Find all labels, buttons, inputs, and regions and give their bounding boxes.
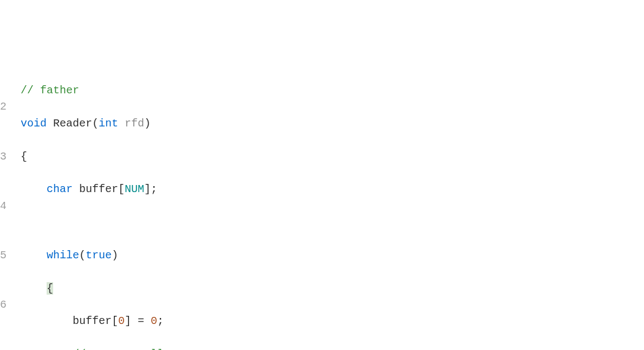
line-number: 2 — [0, 99, 7, 115]
line-number: 7 — [0, 346, 7, 350]
line-number-gutter: 2 3 4 5 6 7 8 9 0 1 2 3 4 5 6 7 8 9 0 1 … — [0, 66, 8, 350]
keyword-token: while — [47, 249, 79, 262]
line-number: 4 — [0, 198, 7, 214]
code-area[interactable]: // father void Reader(int rfd) { char bu… — [8, 66, 644, 350]
line-number: 3 — [0, 149, 7, 165]
keyword-token: true — [86, 249, 112, 262]
code-line[interactable]: char buffer[NUM]; — [21, 181, 644, 198]
keyword-token: char — [47, 183, 73, 195]
code-line[interactable]: { — [21, 149, 644, 165]
code-line[interactable] — [21, 214, 644, 231]
text-token: buffer[ — [73, 315, 118, 327]
text-token: ] = — [125, 315, 151, 327]
comment-token: // father — [21, 84, 79, 97]
text-token: Reader( — [47, 117, 99, 130]
text-token: ) — [144, 117, 151, 130]
macro-token: NUM — [125, 183, 144, 195]
text-token: buffer[ — [73, 183, 125, 195]
code-line[interactable]: while(true) — [21, 247, 644, 264]
text-token: ]; — [144, 183, 157, 195]
code-editor[interactable]: 2 3 4 5 6 7 8 9 0 1 2 3 4 5 6 7 8 9 0 1 … — [0, 66, 644, 350]
keyword-token: int — [99, 117, 118, 130]
code-line[interactable]: void Reader(int rfd) — [21, 116, 644, 132]
code-line[interactable]: buffer[0] = 0; — [21, 313, 644, 329]
code-line[interactable]: // system call — [21, 346, 644, 350]
param-token: rfd — [118, 117, 144, 130]
brace-token: { — [47, 282, 53, 295]
text-token: ; — [157, 315, 164, 327]
brace-token: { — [21, 150, 27, 163]
text-token: ) — [112, 249, 118, 262]
number-token: 0 — [118, 315, 125, 327]
comment-token: // system call — [73, 348, 164, 350]
text-token: ( — [79, 249, 86, 262]
keyword-token: void — [21, 117, 47, 130]
code-line[interactable]: // father — [21, 82, 644, 99]
code-line[interactable]: { — [21, 281, 644, 297]
line-number: 6 — [0, 297, 7, 313]
line-number: 5 — [0, 247, 7, 264]
number-token: 0 — [151, 315, 157, 327]
